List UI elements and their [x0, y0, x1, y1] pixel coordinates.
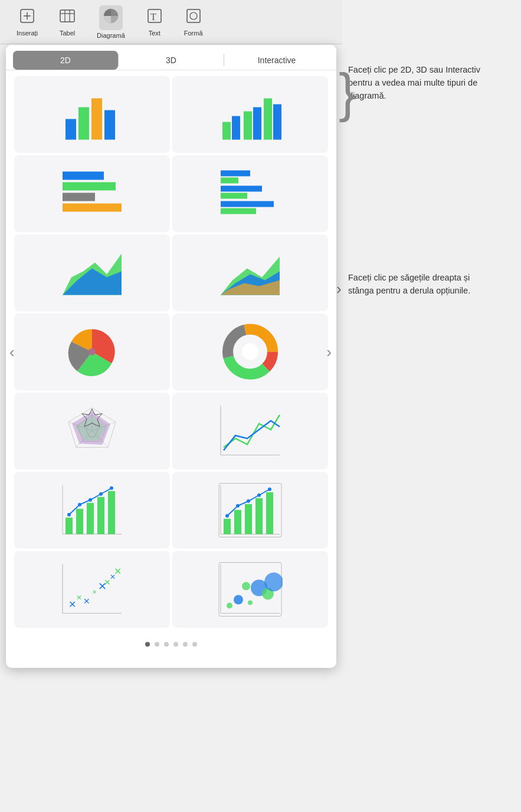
- text-icon: T: [146, 8, 163, 28]
- svg-rect-27: [221, 178, 238, 184]
- svg-rect-19: [253, 107, 261, 140]
- svg-point-98: [248, 601, 253, 605]
- chart-option-horizontal-bar[interactable]: [14, 155, 170, 232]
- svg-point-69: [110, 487, 113, 490]
- chart-option-pie[interactable]: [14, 314, 170, 390]
- svg-point-96: [227, 603, 232, 609]
- toolbar: Inserați Tabel Diagramă: [0, 0, 342, 44]
- chart-option-vertical-bar-2[interactable]: [172, 76, 328, 153]
- svg-rect-20: [264, 99, 272, 140]
- svg-point-82: [268, 488, 271, 491]
- callout-mid: Faceți clic pe săgețile dreapta și stâng…: [348, 272, 496, 298]
- svg-rect-10: [187, 9, 200, 22]
- svg-rect-21: [273, 105, 281, 140]
- svg-point-97: [234, 595, 243, 605]
- chart-option-scatter[interactable]: ✕ ✕ ✕ ✕ ✕ ✕ ✕ ✕: [14, 551, 170, 628]
- svg-rect-15: [104, 110, 115, 140]
- svg-rect-73: [224, 519, 231, 534]
- svg-rect-26: [221, 171, 250, 177]
- table-icon: [59, 8, 76, 28]
- chart-option-horizontal-bar-2[interactable]: [172, 155, 328, 232]
- svg-point-78: [225, 514, 229, 518]
- toolbar-chart[interactable]: Diagramă: [86, 2, 136, 42]
- toolbar-text[interactable]: T Text: [136, 5, 173, 40]
- svg-point-65: [67, 513, 71, 517]
- svg-text:✕: ✕: [114, 566, 122, 576]
- svg-rect-63: [97, 497, 104, 534]
- pagination-dot-5[interactable]: [183, 642, 188, 647]
- chart-option-donut[interactable]: [172, 314, 328, 390]
- pagination-dot-2[interactable]: [155, 642, 159, 647]
- svg-rect-75: [245, 504, 252, 534]
- chart-option-radar[interactable]: [14, 393, 170, 469]
- toolbar-shape[interactable]: Formă: [173, 5, 214, 40]
- toolbar-insert-label: Inserați: [17, 30, 38, 37]
- svg-rect-28: [221, 186, 262, 192]
- insert-icon: [19, 8, 35, 28]
- svg-point-68: [99, 493, 103, 496]
- svg-point-81: [257, 494, 261, 497]
- toolbar-chart-label: Diagramă: [97, 32, 125, 39]
- svg-text:✕: ✕: [68, 599, 76, 609]
- svg-rect-18: [244, 112, 252, 140]
- svg-rect-61: [76, 509, 83, 534]
- svg-rect-76: [255, 498, 263, 534]
- shape-icon: [185, 8, 202, 28]
- tab-interactive[interactable]: Interactive: [224, 51, 329, 70]
- svg-point-38: [89, 348, 96, 356]
- svg-point-67: [89, 498, 92, 502]
- svg-rect-14: [91, 99, 102, 140]
- toolbar-table-label: Tabel: [60, 30, 75, 37]
- svg-rect-64: [108, 491, 115, 534]
- svg-rect-24: [63, 193, 95, 201]
- chart-panel: 2D 3D Interactive ‹ ›: [6, 45, 336, 668]
- svg-point-11: [190, 12, 197, 19]
- callout-top: Faceți clic pe 2D, 3D sau Interactiv pen…: [348, 64, 496, 102]
- tab-3d[interactable]: 3D: [119, 51, 224, 70]
- svg-rect-12: [65, 119, 76, 140]
- tab-2d[interactable]: 2D: [13, 51, 118, 70]
- toolbar-insert[interactable]: Inserați: [6, 5, 48, 40]
- svg-text:T: T: [150, 12, 156, 22]
- pagination-dots: [6, 634, 336, 650]
- chart-option-vertical-bar[interactable]: [14, 76, 170, 153]
- toolbar-text-label: Text: [149, 30, 160, 37]
- svg-rect-13: [78, 107, 89, 140]
- nav-left-arrow[interactable]: ‹: [9, 343, 15, 361]
- chart-icon: [99, 5, 123, 30]
- svg-rect-17: [232, 116, 240, 140]
- svg-text:✕: ✕: [83, 596, 90, 606]
- svg-rect-77: [266, 493, 273, 534]
- chart-option-bubble[interactable]: [172, 551, 328, 628]
- chart-option-area-2[interactable]: [172, 234, 328, 311]
- svg-point-79: [236, 504, 240, 508]
- callout-top-bracket: }: [339, 66, 356, 119]
- svg-point-80: [247, 500, 250, 503]
- chart-option-mixed[interactable]: [14, 472, 170, 549]
- svg-rect-60: [65, 518, 73, 534]
- svg-text:✕: ✕: [76, 593, 82, 602]
- svg-point-101: [264, 573, 283, 592]
- pagination-dot-1[interactable]: [145, 642, 150, 647]
- chart-option-area[interactable]: [14, 234, 170, 311]
- svg-point-44: [242, 344, 258, 360]
- chart-option-mixed-2[interactable]: [172, 472, 328, 549]
- svg-point-66: [78, 503, 81, 507]
- svg-point-102: [242, 582, 250, 591]
- chart-option-line[interactable]: [172, 393, 328, 469]
- nav-right-arrow[interactable]: ›: [326, 343, 332, 361]
- svg-rect-16: [222, 122, 231, 140]
- pagination-dot-6[interactable]: [192, 642, 197, 647]
- svg-rect-62: [87, 503, 94, 534]
- svg-rect-31: [221, 208, 256, 214]
- svg-rect-30: [221, 201, 274, 207]
- svg-text:✕: ✕: [92, 589, 97, 595]
- pagination-dot-3[interactable]: [164, 642, 169, 647]
- svg-rect-74: [234, 510, 241, 534]
- toolbar-table[interactable]: Tabel: [48, 5, 86, 40]
- chart-grid: ✕ ✕ ✕ ✕ ✕ ✕ ✕ ✕: [6, 70, 336, 634]
- svg-rect-25: [63, 204, 122, 212]
- callout-mid-arrow: ›: [336, 280, 342, 298]
- pagination-dot-4[interactable]: [173, 642, 178, 647]
- svg-rect-22: [63, 172, 104, 180]
